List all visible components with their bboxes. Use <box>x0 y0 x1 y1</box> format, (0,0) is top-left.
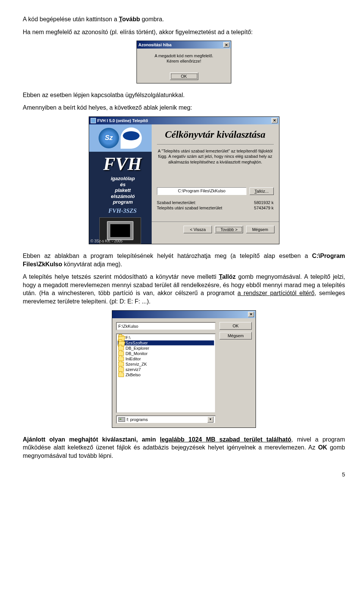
text: gombra. <box>140 16 164 22</box>
list-item[interactable]: DB_Monitor <box>118 351 214 356</box>
ok-button[interactable]: OK <box>170 72 198 80</box>
cancel-button[interactable]: Mégsem <box>246 226 275 233</box>
text: A telepítés helye tetszés szerint módosí… <box>23 273 219 280</box>
paragraph: Ajánlott olyan meghajtót kiválasztani, a… <box>23 435 345 460</box>
item-label: DB_Explorer <box>126 346 149 350</box>
app-icon <box>91 118 96 123</box>
folder-open-icon <box>118 341 124 345</box>
dialog-title: FVH I 5.0 (online) Telepítő <box>97 118 148 123</box>
back-button[interactable]: < Vissza <box>184 226 212 233</box>
paragraph: Amennyiben a beírt kód helyes, a követke… <box>23 104 345 112</box>
page-number: 5 <box>23 471 345 478</box>
text: plakett <box>94 187 152 193</box>
list-item[interactable]: IniEditor <box>118 356 214 361</box>
folder-icon <box>118 367 124 372</box>
next-button[interactable]: Tovább > <box>215 226 243 233</box>
path-combo[interactable]: F:\ZkKulso <box>116 322 216 330</box>
text: Kérem ellenőrizze! <box>166 59 201 63</box>
text: allóz... <box>257 189 269 193</box>
section-heading: Célkönyvtár kiválasztása <box>157 129 274 145</box>
error-dialog: Azonosítási hiba ✕ A megadott kód nem me… <box>136 41 231 83</box>
titlebar: FVH I 5.0 (online) Telepítő ✕ <box>89 117 279 124</box>
item-label: SzsSzoftver <box>126 341 148 345</box>
logo-icon: Sz <box>99 128 119 148</box>
paragraph: Ha nem megfelelő az azonosító (pl. elírá… <box>23 28 345 36</box>
folder-icon <box>118 372 124 377</box>
text: A megadott kód nem megfelelő. <box>155 53 213 58</box>
folder-listbox[interactable]: F:\ SzsSzoftver DB_Explorer DB_Monitor I… <box>116 333 216 413</box>
text: Ebben az ablakban a program telepítéséne… <box>23 253 312 259</box>
text-bold: allóz <box>222 273 236 280</box>
text: program <box>94 199 152 205</box>
installer-dialog: FVH I 5.0 (online) Telepítő ✕ Sz FVH iga… <box>89 116 279 244</box>
text: könyvtárat adja meg). <box>62 261 122 267</box>
monitor-icon <box>107 221 133 240</box>
brand-text: FVH <box>89 153 152 174</box>
text-bold: OK <box>318 444 327 451</box>
stat-label: Szabad lemezterület: <box>157 200 196 205</box>
heading-text: Célkönyvtár kiválasztása <box>157 129 274 140</box>
item-label: DB_Monitor <box>126 351 147 356</box>
paragraph: A telepítés helye tetszés szerint módosí… <box>23 273 345 305</box>
drive-icon <box>118 417 125 422</box>
paragraph: Ebben az esetben lépjen kapcsolatba ügyf… <box>23 91 345 99</box>
close-icon[interactable]: ✕ <box>271 118 278 123</box>
list-item[interactable]: F:\ <box>118 335 214 340</box>
text: elszámoló <box>94 193 152 200</box>
drive-label: f: programs <box>127 417 148 422</box>
close-icon[interactable]: ✕ <box>248 312 254 317</box>
text-underline: T <box>119 16 122 22</box>
paragraph: Ebben az ablakban a program telepítéséne… <box>23 252 345 268</box>
list-item[interactable]: Szerviz_ZK <box>118 361 214 367</box>
description-text: A "Telepítés utáni szabad lemezterület" … <box>157 148 274 165</box>
logo-icon <box>121 127 142 149</box>
sidebar-image: Sz FVH igazolólap és plakett elszámoló p… <box>89 124 152 244</box>
folder-icon <box>118 357 124 361</box>
item-label: ZkBelso <box>126 372 141 377</box>
folder-icon <box>118 346 124 350</box>
item-label: F:\ <box>126 335 130 340</box>
folder-icon <box>118 351 124 356</box>
item-label: Szerviz_ZK <box>126 362 147 366</box>
stat-value: 5801932 k <box>254 200 273 205</box>
browse-button[interactable]: Tallóz... <box>249 187 273 195</box>
dialog-title: Azonosítási hiba <box>138 42 171 47</box>
combo-value: F:\ZkKulso <box>118 324 138 328</box>
folder-open-icon <box>118 335 124 340</box>
close-icon[interactable]: ✕ <box>223 42 229 47</box>
list-item[interactable]: szerviz7 <box>118 367 214 372</box>
error-message: A megadott kód nem megfelelő. Kérem elle… <box>141 53 227 64</box>
text-bold: ovább <box>122 16 140 22</box>
text: igazolólap <box>94 176 152 182</box>
text: és <box>94 182 152 188</box>
text: FVH-3SZS <box>89 207 152 214</box>
browse-dialog: ✕ F:\ZkKulso F:\ SzsSzoftver DB_Explorer… <box>112 310 256 428</box>
text-underline: T <box>219 273 222 280</box>
paragraph: A kód begépelése után kattintson a Továb… <box>23 15 345 24</box>
text-underline: a rendszer partíciótól eltérő <box>237 290 314 296</box>
item-label: IniEditor <box>126 357 141 361</box>
text-bold: Ajánlott olyan meghajtót kiválasztani, a… <box>23 436 291 443</box>
list-item[interactable]: DB_Explorer <box>118 346 214 351</box>
titlebar: Azonosítási hiba ✕ <box>137 41 231 49</box>
chevron-down-icon[interactable]: ▼ <box>207 416 213 423</box>
drive-combo[interactable]: f: programs ▼ <box>116 415 216 424</box>
ok-button[interactable]: OK <box>220 322 252 330</box>
item-label: szerviz7 <box>126 367 141 372</box>
stat-label: Telepítés utáni szabad lemezterület <box>157 206 222 210</box>
copyright-text: © 3Sz-s Kft. - 2005 <box>91 239 123 243</box>
folder-icon <box>118 362 124 366</box>
list-item[interactable]: SzsSzoftver <box>118 340 214 346</box>
text-underline: legalább 1024 MB szabad terület találhat… <box>160 436 292 443</box>
cancel-button[interactable]: Mégsem <box>220 332 252 339</box>
path-input[interactable]: C:\Program Files\ZkKulso <box>157 187 247 195</box>
text: Ajánlott olyan meghajtót kiválasztani, a… <box>23 436 160 443</box>
text: A kód begépelése után kattintson a <box>23 16 119 22</box>
stat-value: 5743479 k <box>254 206 273 210</box>
list-item[interactable]: ZkBelso <box>118 372 214 377</box>
